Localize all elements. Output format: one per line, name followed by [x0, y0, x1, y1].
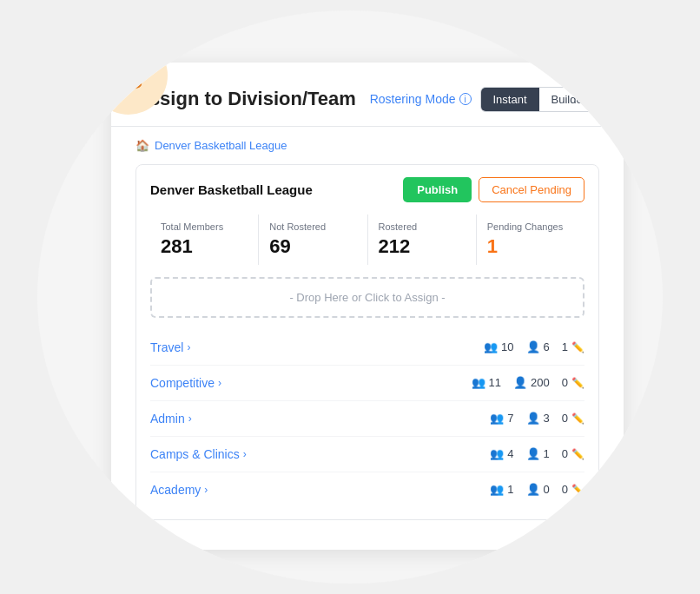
league-name: Denver Basketball League: [150, 182, 313, 197]
people-icon: 👥: [490, 483, 504, 496]
division-row[interactable]: Academy › 👥 1 👤 0 0✏️: [150, 472, 584, 507]
edit-icon: ✏️: [571, 448, 584, 460]
people-icon: 👥: [484, 340, 498, 353]
division-name: Competitive ›: [150, 376, 221, 390]
division-stats: 👥 1 👤 0 0✏️: [490, 483, 584, 496]
rostering-mode-link[interactable]: Rostering Mode i: [370, 92, 472, 106]
division-stat-teams: 👥 1: [490, 483, 513, 496]
people-icon: 👥: [490, 447, 504, 460]
info-icon: i: [459, 93, 472, 105]
chevron-right-icon: ›: [243, 448, 247, 460]
division-stat-pending: 1✏️: [562, 340, 584, 353]
page-title: Assign to Division/Team: [135, 88, 356, 110]
breadcrumb: 🏠 Denver Basketball League: [135, 139, 599, 152]
edit-icon: ✏️: [571, 377, 584, 389]
division-stat-pending: 0✏️: [562, 376, 584, 389]
svg-point-0: [116, 61, 141, 69]
chevron-right-icon: ›: [187, 341, 190, 353]
stat-value: 212: [379, 235, 466, 258]
stat-item: Not Rostered 69: [259, 214, 367, 265]
stat-label: Total Members: [161, 221, 248, 232]
outer-circle: Assign to Division/Team Rostering Mode i…: [37, 10, 663, 584]
stat-item: Total Members 281: [150, 214, 259, 265]
header-divider: [111, 126, 624, 127]
builder-mode-button[interactable]: Builder: [539, 88, 598, 111]
division-stats: 👥 4 👤 1 0✏️: [490, 447, 584, 460]
stat-item: Rostered 212: [368, 214, 477, 265]
division-stat-members: 👤 200: [513, 376, 550, 389]
division-stat-pending: 0✏️: [562, 483, 584, 496]
division-stats: 👥 11 👤 200 0✏️: [472, 376, 584, 389]
division-stat-members: 👤 6: [526, 340, 550, 353]
instant-mode-button[interactable]: Instant: [481, 88, 539, 111]
division-stat-teams: 👥 7: [490, 412, 513, 425]
edit-icon: ✏️: [571, 341, 584, 353]
division-stat-members: 👤 1: [526, 447, 550, 460]
mode-toggle: Instant Builder: [480, 87, 600, 112]
division-name: Academy ›: [150, 483, 208, 497]
division-stat-teams: 👥 10: [484, 340, 513, 353]
main-card: Assign to Division/Team Rostering Mode i…: [111, 63, 624, 550]
division-stat-members: 👤 3: [526, 412, 550, 425]
edit-icon: ✏️: [571, 484, 584, 496]
division-row[interactable]: Admin › 👥 7 👤 3 0✏️: [150, 401, 584, 437]
league-actions: Publish Cancel Pending: [403, 177, 584, 202]
division-name: Admin ›: [150, 412, 192, 426]
database-icon-circle: [89, 36, 168, 115]
drop-zone[interactable]: - Drop Here or Click to Assign -: [150, 277, 584, 318]
division-stat-members: 👤 0: [526, 483, 550, 496]
people-icon: 👥: [490, 412, 504, 425]
database-icon: [109, 56, 148, 95]
stats-row: Total Members 281 Not Rostered 69 Roster…: [150, 214, 584, 265]
division-row[interactable]: Camps & Clinics › 👥 4 👤 1 0✏️: [150, 437, 584, 472]
chevron-right-icon: ›: [188, 412, 192, 425]
division-stat-pending: 0✏️: [562, 412, 584, 425]
person-icon: 👤: [526, 412, 540, 425]
person-icon: 👤: [513, 376, 527, 389]
publish-button[interactable]: Publish: [403, 177, 472, 202]
chevron-right-icon: ›: [204, 484, 208, 496]
stat-label: Pending Changes: [487, 221, 574, 232]
stat-value: 281: [161, 235, 248, 258]
person-icon: 👤: [526, 447, 540, 460]
division-stats: 👥 10 👤 6 1✏️: [484, 340, 584, 353]
stat-item: Pending Changes 1: [477, 214, 584, 265]
person-icon: 👤: [526, 483, 540, 496]
stat-label: Rostered: [379, 221, 466, 232]
stat-value: 1: [487, 235, 574, 258]
league-section: Denver Basketball League Publish Cancel …: [135, 164, 599, 520]
division-name: Camps & Clinics ›: [150, 447, 247, 461]
division-stat-pending: 0✏️: [562, 447, 584, 460]
cancel-pending-button[interactable]: Cancel Pending: [479, 177, 584, 202]
division-stat-teams: 👥 11: [472, 376, 501, 389]
stat-label: Not Rostered: [269, 221, 356, 232]
card-header: Assign to Division/Team Rostering Mode i…: [135, 87, 599, 112]
division-row[interactable]: Travel › 👥 10 👤 6 1✏️: [150, 330, 584, 366]
chevron-right-icon: ›: [218, 377, 221, 389]
division-row[interactable]: Competitive › 👥 11 👤 200 0✏️: [150, 366, 584, 401]
division-list: Travel › 👥 10 👤 6 1✏️ Competitive ›: [150, 330, 584, 507]
rostering-mode-area: Rostering Mode i Instant Builder: [370, 87, 599, 112]
division-stat-teams: 👥 4: [490, 447, 513, 460]
edit-icon: ✏️: [571, 412, 584, 425]
league-header: Denver Basketball League Publish Cancel …: [150, 177, 584, 202]
stat-value: 69: [269, 235, 356, 258]
person-icon: 👤: [526, 340, 540, 353]
division-stats: 👥 7 👤 3 0✏️: [490, 412, 584, 425]
division-name: Travel ›: [150, 340, 190, 354]
people-icon: 👥: [472, 376, 485, 389]
home-icon: 🏠: [135, 139, 149, 152]
